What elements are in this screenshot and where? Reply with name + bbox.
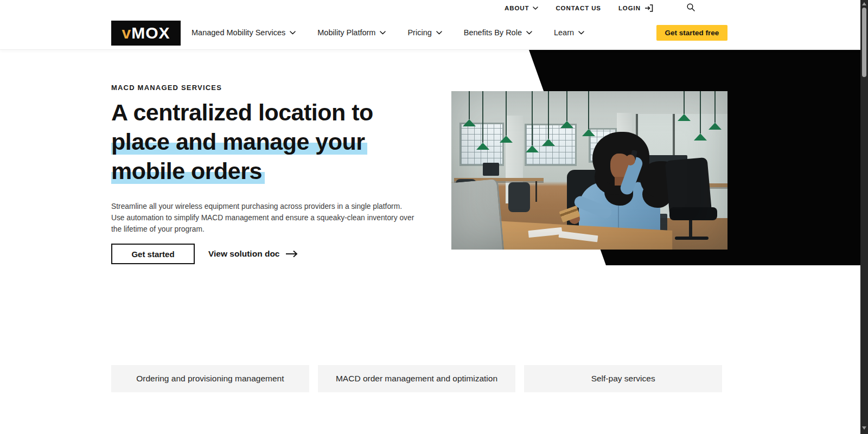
topbar-item-login[interactable]: LOGIN bbox=[618, 4, 653, 12]
hero-eyebrow: MACD MANAGED SERVICES bbox=[111, 84, 222, 92]
tab-macd-order-management[interactable]: MACD order management and optimization bbox=[318, 365, 516, 392]
scrollbar[interactable] bbox=[860, 0, 868, 434]
hero-paragraph: Streamline all your wireless equipment p… bbox=[111, 201, 416, 235]
arrow-right-icon bbox=[285, 250, 298, 258]
topbar-about-label: ABOUT bbox=[505, 5, 529, 11]
main-nav: Managed Mobility Services Mobility Platf… bbox=[192, 19, 584, 46]
view-solution-doc-link[interactable]: View solution doc bbox=[208, 249, 298, 259]
logo-letters-mox: MOX bbox=[131, 24, 170, 42]
nav-label: Mobility Platform bbox=[317, 28, 375, 37]
photo-vignette bbox=[451, 91, 727, 250]
nav-label: Managed Mobility Services bbox=[192, 28, 285, 37]
login-icon bbox=[644, 4, 653, 12]
topbar-login-label: LOGIN bbox=[618, 5, 641, 11]
nav-item-learn[interactable]: Learn bbox=[554, 28, 584, 37]
topbar-item-about[interactable]: ABOUT bbox=[505, 5, 538, 11]
hero-photo-office-scene bbox=[451, 91, 727, 250]
nav-item-benefits-by-role[interactable]: Benefits By Role bbox=[464, 28, 532, 37]
search-icon bbox=[686, 3, 695, 12]
logo-letter-v: v bbox=[122, 24, 131, 42]
scrollbar-up-arrow[interactable] bbox=[862, 2, 866, 5]
vmox-logo[interactable]: vMOX bbox=[111, 21, 181, 46]
chevron-down-icon bbox=[290, 31, 296, 35]
nav-label: Benefits By Role bbox=[464, 28, 522, 37]
chevron-down-icon bbox=[526, 31, 532, 35]
hero-cta-row: Get started View solution doc bbox=[111, 244, 298, 264]
view-solution-doc-label: View solution doc bbox=[208, 249, 279, 259]
get-started-button[interactable]: Get started bbox=[111, 244, 195, 264]
nav-item-pricing[interactable]: Pricing bbox=[407, 28, 442, 37]
get-started-free-button[interactable]: Get started free bbox=[656, 25, 727, 41]
nav-label: Learn bbox=[554, 28, 574, 37]
site-header: ABOUT CONTACT US LOGIN vMOX Managed Mobi… bbox=[0, 0, 860, 50]
search-button[interactable] bbox=[686, 3, 695, 14]
chevron-down-icon bbox=[533, 7, 538, 10]
hero-headline: A centralized location to place and mana… bbox=[111, 98, 458, 186]
topbar-item-contact-us[interactable]: CONTACT US bbox=[556, 5, 601, 11]
chevron-down-icon bbox=[436, 31, 442, 35]
headline-line-1: A centralized location to bbox=[111, 98, 458, 127]
scrollbar-thumb[interactable] bbox=[862, 8, 866, 77]
headline-line-2-highlighted: place and manage your bbox=[111, 127, 458, 156]
chevron-down-icon bbox=[380, 31, 386, 35]
nav-item-managed-mobility-services[interactable]: Managed Mobility Services bbox=[192, 28, 296, 37]
headline-line-3-highlighted: mobile orders bbox=[111, 156, 458, 186]
nav-label: Pricing bbox=[407, 28, 431, 37]
tab-ordering-provisioning[interactable]: Ordering and provisioning management bbox=[111, 365, 309, 392]
chevron-down-icon bbox=[578, 31, 584, 35]
topbar-contact-label: CONTACT US bbox=[556, 5, 601, 11]
vmox-logo-text: vMOX bbox=[122, 25, 170, 41]
scrollbar-down-arrow[interactable] bbox=[862, 426, 866, 430]
nav-item-mobility-platform[interactable]: Mobility Platform bbox=[317, 28, 386, 37]
utility-nav: ABOUT CONTACT US LOGIN bbox=[505, 2, 653, 14]
service-tabs: Ordering and provisioning management MAC… bbox=[111, 365, 722, 392]
tab-self-pay-services[interactable]: Self-pay services bbox=[524, 365, 722, 392]
